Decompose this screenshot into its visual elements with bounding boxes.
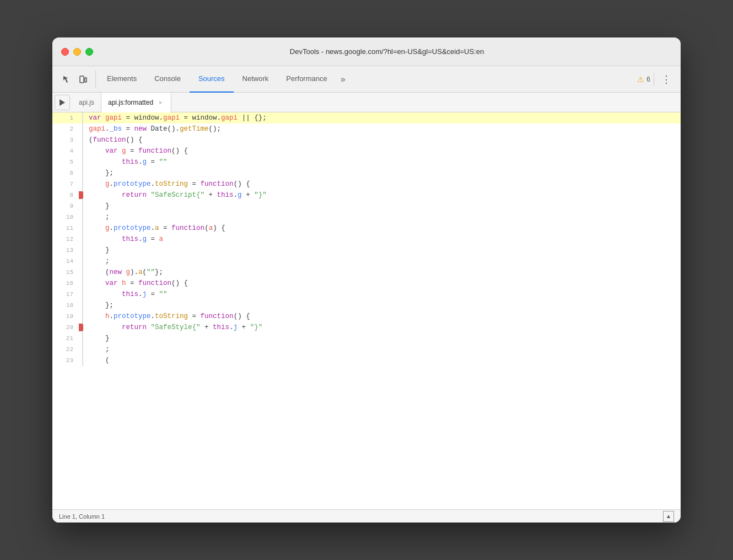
line-content: } [85,245,681,256]
plain-token: = [126,146,139,157]
fn-token: a [138,267,143,278]
code-line-22: 22 ; [52,344,681,355]
line-gutter[interactable] [79,344,83,355]
devtools-icons [55,71,96,88]
line-gutter[interactable] [79,267,83,278]
warning-icon: ⚠ [637,75,644,84]
ident-token: g [105,179,110,190]
main-tab-bar: Elements Console Sources Network Perform… [52,66,681,93]
line-gutter[interactable] [79,300,83,311]
line-gutter[interactable] [79,112,83,123]
kw-token: this [122,234,138,245]
file-tab-api-js[interactable]: api.js [72,93,101,112]
close-button[interactable] [61,48,69,56]
kw-token: function [171,223,204,234]
device-icon[interactable] [76,72,91,87]
status-bar: Line 1, Column 1 ▲ [52,509,681,523]
plain-token: () { [126,134,143,146]
code-line-12: 12 this.g = a [52,234,681,245]
line-gutter[interactable] [79,201,83,212]
line-number: 17 [52,289,79,300]
line-gutter[interactable] [79,146,83,157]
tab-overflow[interactable]: » [336,74,350,84]
plain-token: . [138,234,143,245]
code-line-17: 17 this.j = "" [52,289,681,300]
fn-token: toString [155,311,188,322]
line-number: 11 [52,223,79,234]
plain-token [89,289,122,300]
plain-token: ; [262,112,267,123]
line-content: ; [85,212,681,223]
plain-token: . [234,190,238,201]
line-gutter[interactable] [79,256,83,267]
line-number: 22 [52,344,79,355]
kw-token: function [138,278,171,289]
line-number: 8 [52,190,79,201]
ident-token: g [126,267,131,278]
line-content: this.j = "" [85,289,681,300]
plain-token: () { [171,278,188,289]
line-gutter[interactable] [79,234,83,245]
line-gutter[interactable] [79,179,83,190]
plain-token: ; [89,256,110,267]
code-line-5: 5 this.g = "" [52,157,681,168]
line-gutter[interactable] [79,157,83,168]
minimize-button[interactable] [73,48,81,56]
code-editor[interactable]: 1var gapi = window.gapi = window.gapi ||… [52,112,681,509]
plain-token [89,190,122,201]
line-number: 4 [52,146,79,157]
line-gutter[interactable] [79,333,83,344]
kw-token: new [134,123,151,134]
line-gutter[interactable] [79,223,83,234]
line-gutter[interactable] [79,190,83,201]
plain-token: Date(). [151,123,180,134]
line-content: h.prototype.toString = function() { [85,311,681,322]
breakpoint-dot [79,191,83,199]
line-gutter[interactable] [79,212,83,223]
inspect-icon[interactable] [59,72,74,87]
line-gutter[interactable] [79,168,83,179]
plain-token: () { [171,146,188,157]
tab-network[interactable]: Network [234,66,278,93]
kw-token: new [110,267,126,278]
tab-console[interactable]: Console [145,66,190,93]
line-number: 19 [52,311,79,322]
plain-token: () { [234,311,250,322]
plain-token: = [159,223,172,234]
tab-sources[interactable]: Sources [190,66,234,93]
plain-token: = [122,123,134,134]
file-tab-close-button[interactable]: × [157,99,164,106]
code-line-14: 14 ; [52,256,681,267]
line-number: 15 [52,267,79,278]
file-tab-api-js-formatted[interactable]: api.js:formatted × [101,93,171,112]
plain-token: } [89,245,110,256]
maximize-button[interactable] [85,48,93,56]
plain-token: = [147,234,159,245]
line-gutter[interactable] [79,322,83,333]
line-gutter[interactable] [79,289,83,300]
line-number: 16 [52,278,79,289]
line-gutter[interactable] [79,355,83,366]
plain-token [89,278,105,289]
line-content: } [85,333,681,344]
line-gutter[interactable] [79,123,83,134]
svg-marker-2 [60,99,65,106]
plain-token: . [105,123,110,134]
tab-performance[interactable]: Performance [277,66,336,93]
line-gutter[interactable] [79,134,83,146]
scroll-to-top-button[interactable]: ▲ [663,511,674,522]
line-content: } [85,201,681,212]
warning-badge[interactable]: ⚠ 6 [634,73,654,86]
line-content: this.g = "" [85,157,681,168]
kw-token: this [217,190,234,201]
line-gutter[interactable] [79,311,83,322]
str-token: "SafeScript{" [151,190,205,201]
ident-token: gapi [221,112,238,123]
more-menu-button[interactable]: ⋮ [659,72,674,87]
line-gutter[interactable] [79,278,83,289]
run-snippets-button[interactable] [55,95,70,110]
prop-token: j [234,322,238,333]
tab-elements[interactable]: Elements [98,66,145,93]
plain-token: () { [234,179,250,190]
line-gutter[interactable] [79,245,83,256]
